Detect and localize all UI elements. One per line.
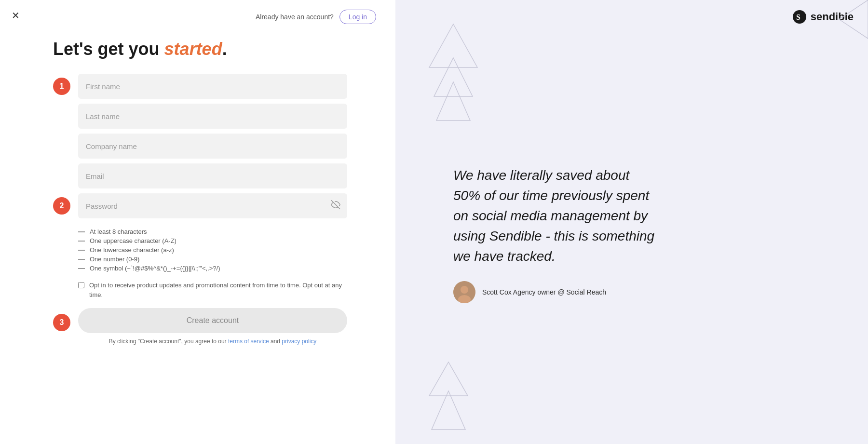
terms-of-service-link[interactable]: terms of service	[228, 338, 269, 345]
step-2-badge: 2	[53, 197, 70, 215]
step-1-fields	[78, 74, 347, 188]
sendible-logo-icon: S	[792, 10, 807, 24]
rule-item-4: One number (0-9)	[78, 256, 347, 263]
optin-label: Opt in to receive product updates and pr…	[89, 281, 347, 299]
password-wrapper	[78, 193, 347, 218]
step-1-group: 1	[53, 74, 347, 188]
triangle-bottom-decoration	[424, 357, 473, 434]
optin-checkbox[interactable]	[78, 282, 84, 288]
form-container: Let's get you started. 1 2	[0, 34, 395, 444]
login-button[interactable]: Log in	[339, 10, 376, 24]
step-3-badge: 3	[53, 314, 70, 331]
rule-dash	[78, 268, 85, 269]
terms-text: By clicking "Create account", you agree …	[53, 338, 347, 345]
author-name: Scott Cox Agency owner @ Social Reach	[482, 288, 606, 296]
close-button[interactable]: ✕	[12, 10, 20, 21]
step-2-fields: At least 8 characters One uppercase char…	[78, 193, 347, 272]
title-end: .	[222, 39, 227, 59]
privacy-policy-link[interactable]: privacy policy	[282, 338, 316, 345]
left-panel: ✕ Already have an account? Log in Let's …	[0, 0, 395, 444]
svg-text:S: S	[796, 13, 800, 21]
title-highlight: started	[164, 39, 222, 59]
step-3-group: 3 Create account	[53, 308, 347, 333]
company-name-input[interactable]	[78, 134, 347, 159]
top-bar: ✕ Already have an account? Log in	[0, 0, 395, 34]
avatar-image	[453, 281, 475, 303]
toggle-password-button[interactable]	[331, 200, 340, 212]
testimonial-text: We have literally saved about 50% of our…	[453, 165, 656, 267]
password-rules: At least 8 characters One uppercase char…	[78, 228, 347, 272]
optin-row: Opt in to receive product updates and pr…	[53, 281, 347, 299]
right-panel: S sendible We have literally saved about…	[395, 0, 868, 444]
password-input[interactable]	[78, 193, 347, 218]
step-2-group: 2 At least 8 charac	[53, 193, 347, 272]
rule-dash	[78, 231, 85, 232]
rule-dash	[78, 259, 85, 260]
svg-point-8	[461, 286, 468, 294]
rule-item-1: At least 8 characters	[78, 228, 347, 235]
email-input[interactable]	[78, 163, 347, 188]
rule-item-5: One symbol (~`!@#$%^&*()_-+={{}}||\\:;"'…	[78, 265, 347, 272]
rule-item-2: One uppercase character (A-Z)	[78, 237, 347, 244]
author-avatar	[453, 281, 475, 303]
first-name-input[interactable]	[78, 74, 347, 99]
title-part1: Let's get you	[53, 39, 164, 59]
last-name-input[interactable]	[78, 104, 347, 129]
already-account-text: Already have an account?	[256, 13, 334, 21]
rule-item-3: One lowercase character (a-z)	[78, 246, 347, 254]
step-1-badge: 1	[53, 78, 70, 95]
create-account-button[interactable]: Create account	[78, 308, 347, 333]
rule-dash	[78, 241, 85, 242]
svg-marker-6	[839, 0, 868, 39]
page-title: Let's get you started.	[53, 39, 347, 59]
already-account-bar: Already have an account? Log in	[256, 10, 376, 24]
rule-dash	[78, 250, 85, 251]
svg-marker-11	[432, 391, 465, 430]
testimonial-author: Scott Cox Agency owner @ Social Reach	[453, 281, 829, 303]
